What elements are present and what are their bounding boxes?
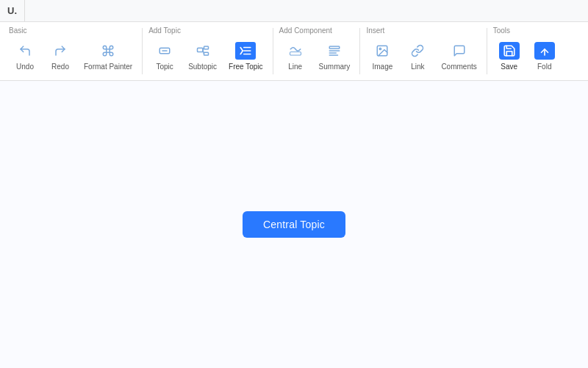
line-icon: [287, 42, 304, 60]
free-topic-button[interactable]: Free Topic: [224, 39, 268, 74]
redo-icon: [51, 42, 69, 60]
group-insert-label: Insert: [366, 26, 481, 35]
toolbar: Basic Undo Redo: [0, 22, 588, 81]
group-add-topic: Add Topic Topic: [143, 22, 273, 80]
group-basic-label: Basic: [9, 26, 137, 35]
group-tools-label: Tools: [493, 26, 561, 35]
svg-rect-4: [204, 52, 208, 55]
save-button[interactable]: Save: [493, 39, 526, 74]
subtopic-icon: [194, 42, 212, 60]
image-button[interactable]: Image: [366, 39, 398, 74]
svg-rect-11: [329, 46, 340, 49]
image-label: Image: [372, 63, 392, 71]
link-label: Link: [411, 63, 424, 71]
canvas-area: Central Topic: [0, 81, 588, 368]
group-tools-items: Save Fold: [493, 39, 561, 80]
line-button[interactable]: Line: [279, 39, 312, 74]
save-label: Save: [501, 63, 517, 71]
topic-icon: [156, 42, 173, 60]
group-insert: Insert Image: [360, 22, 487, 80]
svg-rect-2: [197, 48, 203, 52]
undo-icon: [16, 42, 34, 60]
group-add-topic-label: Add Topic: [148, 26, 267, 35]
fold-label: Fold: [537, 63, 551, 71]
group-add-component-items: Line Summary: [279, 39, 355, 80]
fold-icon: [534, 42, 555, 60]
link-icon: [409, 42, 426, 60]
line-label: Line: [288, 63, 302, 71]
summary-button[interactable]: Summary: [315, 39, 355, 74]
redo-label: Redo: [51, 63, 69, 71]
comments-button[interactable]: Comments: [437, 39, 481, 74]
subtopic-label: Subtopic: [188, 63, 217, 71]
group-insert-items: Image Link Comments: [366, 39, 481, 80]
fold-button[interactable]: Fold: [528, 39, 561, 74]
group-basic: Basic Undo Redo: [3, 22, 143, 80]
group-add-component: Add Component Line: [273, 22, 361, 80]
svg-rect-3: [204, 46, 208, 49]
free-topic-label: Free Topic: [229, 63, 263, 71]
link-button[interactable]: Link: [401, 39, 434, 74]
app-logo: U.: [0, 0, 25, 21]
summary-label: Summary: [319, 63, 351, 71]
logo-text: U.: [7, 5, 17, 16]
group-basic-items: Undo Redo Format Painter: [9, 39, 137, 80]
format-painter-button[interactable]: Format Painter: [79, 39, 137, 74]
comments-icon: [451, 42, 468, 60]
format-painter-label: Format Painter: [84, 63, 132, 71]
central-topic-button[interactable]: Central Topic: [243, 211, 345, 238]
svg-rect-10: [290, 52, 301, 56]
image-icon: [373, 42, 391, 60]
free-topic-icon: [235, 42, 256, 60]
svg-line-6: [203, 50, 204, 54]
topic-label: Topic: [156, 63, 173, 71]
topic-button[interactable]: Topic: [148, 39, 181, 74]
redo-button[interactable]: Redo: [44, 39, 76, 74]
subtopic-button[interactable]: Subtopic: [184, 39, 221, 74]
summary-icon: [326, 42, 343, 60]
comments-label: Comments: [441, 63, 476, 71]
undo-label: Undo: [16, 63, 34, 71]
format-painter-icon: [99, 42, 117, 60]
save-icon: [499, 42, 520, 60]
undo-button[interactable]: Undo: [9, 39, 41, 74]
group-add-topic-items: Topic Subtopic: [148, 39, 267, 80]
title-bar: U.: [0, 0, 588, 22]
group-tools: Tools Save Fo: [487, 22, 567, 80]
svg-point-16: [380, 48, 381, 49]
group-add-component-label: Add Component: [279, 26, 355, 35]
